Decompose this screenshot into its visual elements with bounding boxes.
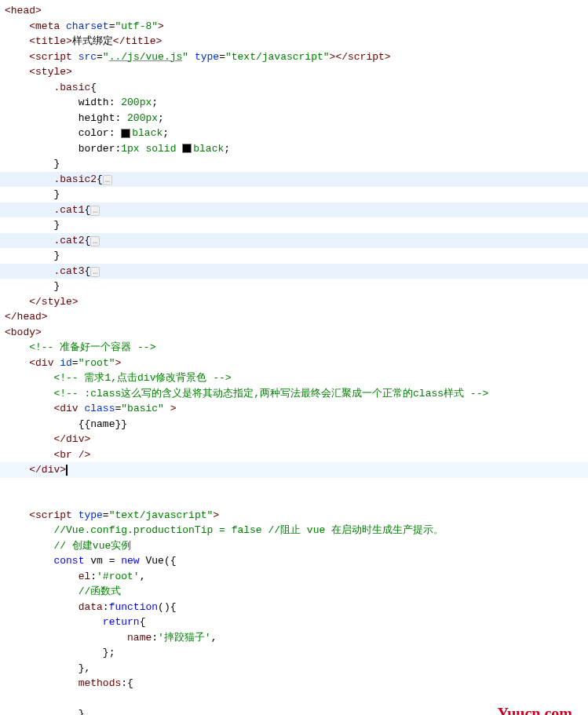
code-token: type: [79, 509, 103, 521]
code-line: <script type="text/javascript">: [0, 508, 588, 523]
code-token: ../js/vue.js: [109, 51, 183, 63]
code-line: };: [0, 645, 588, 661]
code-line: {{name}}: [0, 417, 588, 432]
code-token: script: [35, 51, 79, 63]
code-token: title: [125, 35, 155, 47]
code-token: 200px: [127, 112, 158, 124]
color-swatch-icon: [182, 144, 192, 153]
code-token: .cat2: [53, 235, 84, 246]
code-line: [0, 478, 588, 493]
code-token: "root": [79, 357, 115, 369]
code-token: ;: [152, 97, 158, 108]
code-token: br: [60, 449, 78, 461]
code-token: style: [35, 66, 66, 78]
code-line: }: [0, 217, 588, 233]
code-token: <: [29, 35, 35, 47]
code-line: <meta charset="utf-8">: [0, 19, 588, 35]
code-line: <body>: [0, 325, 588, 341]
code-container: <head> <meta charset="utf-8"> <title>样式绑…: [0, 0, 588, 715]
code-line: const vm = new Vue({: [0, 553, 588, 569]
code-token: head: [11, 5, 35, 16]
code-token: </: [29, 296, 42, 308]
code-token: }: [53, 250, 60, 261]
code-token: >: [66, 35, 72, 47]
fold-marker-icon[interactable]: …: [103, 175, 112, 185]
code-token: :: [90, 571, 97, 582]
code-token: ;: [158, 112, 164, 124]
code-line: //Vue.config.productionTip = false //阻止 …: [0, 523, 588, 538]
code-line: <head>: [0, 3, 588, 19]
code-line: }: [0, 187, 588, 202]
code-token: //函数式: [79, 585, 122, 597]
code-token: [188, 51, 195, 63]
code-token: border: [79, 143, 115, 155]
code-token: .cat1: [53, 204, 84, 216]
code-token: </: [53, 433, 66, 445]
code-token: =: [109, 555, 122, 567]
code-token: ;: [224, 143, 230, 155]
code-token: >: [155, 35, 162, 47]
code-token: Vue: [145, 555, 163, 567]
code-token: >: [72, 296, 79, 308]
code-line: name:'摔跤猫子',: [0, 630, 588, 646]
code-line: <!-- :class这么写的含义是将其动态指定,两种写法最终会汇聚成一个正常的…: [0, 386, 588, 402]
code-token: body: [11, 326, 35, 338]
fold-marker-icon[interactable]: …: [90, 236, 100, 246]
code-line: },: [0, 661, 588, 677]
code-token: new: [121, 555, 145, 567]
code-token: >: [60, 464, 66, 476]
code-token: // 创建vue实例: [53, 540, 131, 552]
code-token: <: [29, 51, 35, 63]
code-token: black: [132, 127, 163, 139]
color-swatch-icon: [121, 129, 130, 138]
code-line: </div>: [0, 432, 588, 447]
code-token: 样式绑定: [72, 35, 113, 47]
text-cursor: [66, 465, 68, 476]
code-lines: <head> <meta charset="utf-8"> <title>样式绑…: [0, 3, 588, 715]
code-token: height: [79, 112, 115, 124]
code-token: =: [219, 51, 225, 63]
code-line: }: [0, 248, 588, 264]
code-token: },: [79, 662, 91, 674]
code-token: .cat3: [53, 265, 84, 277]
code-token: ": [103, 51, 109, 63]
code-token: return: [103, 616, 140, 628]
code-token: >: [66, 66, 72, 78]
code-line: border:1px solid black;: [0, 141, 588, 157]
code-token: div: [42, 464, 60, 476]
code-line: [0, 493, 588, 508]
code-token: =: [103, 509, 109, 521]
code-token: class: [84, 403, 115, 414]
code-token: >: [35, 5, 42, 16]
code-token: {: [140, 616, 146, 628]
code-token: name: [127, 632, 152, 644]
code-line: <script src="../js/vue.js" type="text/ja…: [0, 49, 588, 65]
code-token: ;: [163, 127, 169, 139]
code-token: script: [348, 51, 385, 63]
code-line: <div id="root">: [0, 356, 588, 371]
code-token: };: [103, 647, 115, 658]
code-line: color: black;: [0, 126, 588, 141]
code-line: width: 200px;: [0, 95, 588, 111]
code-token: </: [113, 35, 126, 47]
fold-marker-icon[interactable]: …: [90, 267, 100, 277]
fold-marker-icon[interactable]: …: [90, 206, 100, 216]
code-token: "text/javascript": [109, 509, 214, 521]
code-token: </: [29, 464, 42, 476]
code-line: el:'#root',: [0, 569, 588, 585]
code-token: width: [79, 97, 109, 108]
code-line: // 创建vue实例: [0, 538, 588, 554]
code-token: vm: [90, 555, 108, 567]
code-token: "utf-8": [115, 20, 158, 32]
code-token: <: [29, 357, 35, 369]
code-token: ({: [164, 555, 177, 567]
code-token: :: [115, 112, 127, 124]
code-token: <!-- :class这么写的含义是将其动态指定,两种写法最终会汇聚成一个正常的…: [53, 388, 488, 399]
code-line: //函数式: [0, 584, 588, 600]
code-token: div: [66, 433, 84, 445]
code-token: },: [79, 708, 91, 715]
code-token: div: [60, 403, 84, 414]
code-token: :: [103, 601, 109, 613]
code-token: <: [29, 20, 35, 32]
code-token: style: [42, 296, 72, 308]
